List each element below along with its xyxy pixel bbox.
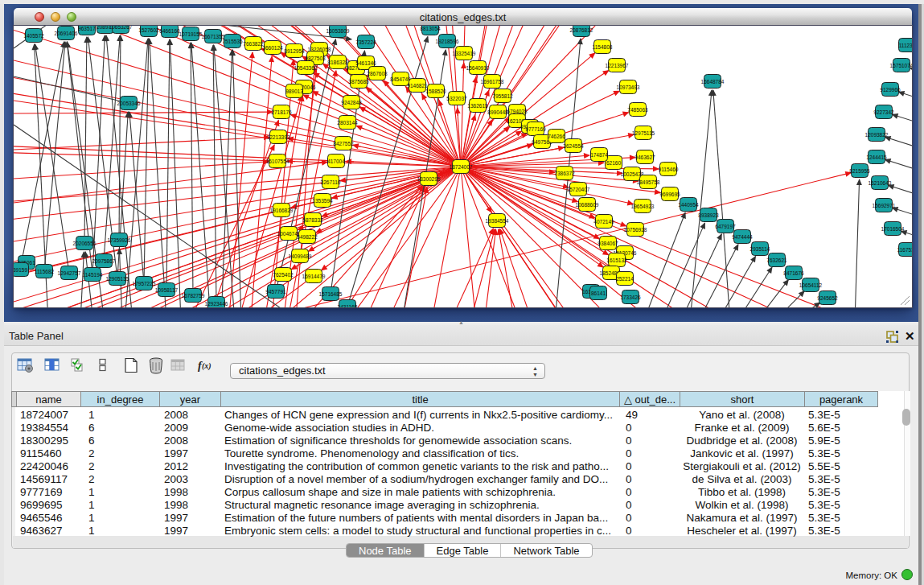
svg-text:10543362: 10543362 bbox=[294, 65, 318, 71]
svg-text:174874: 174874 bbox=[590, 152, 608, 158]
svg-text:9463627: 9463627 bbox=[634, 154, 655, 160]
svg-text:39159: 39159 bbox=[14, 267, 27, 273]
svg-text:12213393: 12213393 bbox=[267, 134, 290, 140]
svg-text:7515535: 7515535 bbox=[222, 39, 243, 44]
svg-text:15751074: 15751074 bbox=[890, 63, 912, 68]
svg-text:16914479: 16914479 bbox=[302, 274, 326, 279]
svg-text:1440954: 1440954 bbox=[678, 202, 699, 208]
svg-text:3267110: 3267110 bbox=[321, 179, 341, 185]
svg-text:9384067: 9384067 bbox=[598, 241, 618, 246]
svg-text:2803144: 2803144 bbox=[337, 120, 358, 126]
svg-text:17016504: 17016504 bbox=[881, 226, 905, 232]
svg-text:9474444: 9474444 bbox=[732, 234, 753, 240]
svg-text:111234: 111234 bbox=[899, 43, 912, 48]
svg-text:7357224: 7357224 bbox=[355, 39, 376, 45]
svg-text:9777169: 9777169 bbox=[525, 126, 546, 132]
svg-text:12975115: 12975115 bbox=[632, 130, 655, 136]
svg-text:8427552: 8427552 bbox=[333, 141, 354, 146]
svg-text:10973493: 10973493 bbox=[617, 84, 640, 90]
svg-text:417004: 417004 bbox=[327, 159, 345, 164]
svg-text:12905135: 12905135 bbox=[106, 276, 129, 282]
svg-text:10654112: 10654112 bbox=[799, 282, 823, 288]
svg-text:989013: 989013 bbox=[285, 89, 303, 94]
svg-text:10958117: 10958117 bbox=[155, 287, 179, 293]
svg-text:2867608: 2867608 bbox=[367, 71, 388, 76]
svg-text:9115460: 9115460 bbox=[659, 167, 679, 172]
svg-text:9129966: 9129966 bbox=[880, 87, 901, 93]
svg-text:19218596: 19218596 bbox=[436, 39, 459, 44]
svg-text:(x): (x) bbox=[202, 361, 211, 371]
svg-text:12213967: 12213967 bbox=[606, 63, 629, 68]
svg-text:20975867: 20975867 bbox=[92, 258, 116, 264]
svg-text:252214: 252214 bbox=[616, 276, 634, 282]
svg-text:1733426: 1733426 bbox=[620, 295, 641, 300]
svg-text:7663822: 7663822 bbox=[243, 41, 264, 47]
svg-text:19166829: 19166829 bbox=[270, 208, 294, 213]
svg-text:9457791: 9457791 bbox=[265, 289, 286, 295]
svg-text:8813054: 8813054 bbox=[420, 26, 441, 31]
svg-text:86141: 86141 bbox=[591, 290, 606, 296]
svg-text:16210643: 16210643 bbox=[869, 180, 892, 186]
svg-text:10719155: 10719155 bbox=[179, 31, 203, 37]
svg-text:18300295: 18300295 bbox=[417, 176, 441, 182]
svg-text:19654923: 19654923 bbox=[631, 204, 655, 209]
svg-text:7955812: 7955812 bbox=[492, 93, 513, 99]
svg-text:8990448: 8990448 bbox=[487, 109, 508, 115]
svg-text:8471676: 8471676 bbox=[783, 270, 804, 276]
svg-text:6794028: 6794028 bbox=[507, 109, 528, 114]
svg-text:10653267: 10653267 bbox=[109, 26, 133, 30]
svg-text:5498222: 5498222 bbox=[297, 234, 318, 240]
svg-text:16782759: 16782759 bbox=[182, 293, 205, 299]
svg-text:7625402: 7625402 bbox=[273, 272, 294, 278]
svg-text:6479197: 6479197 bbox=[715, 224, 736, 229]
svg-text:8454749: 8454749 bbox=[390, 76, 411, 82]
svg-text:9242848: 9242848 bbox=[341, 100, 362, 105]
svg-text:12093822: 12093822 bbox=[865, 132, 889, 138]
svg-text:5322037: 5322037 bbox=[446, 96, 467, 101]
svg-text:1115682: 1115682 bbox=[35, 269, 55, 274]
svg-text:7386372: 7386372 bbox=[554, 171, 575, 176]
svg-text:8186328: 8186328 bbox=[327, 60, 348, 65]
svg-text:4072149: 4072149 bbox=[593, 219, 614, 225]
svg-text:3660124: 3660124 bbox=[262, 45, 283, 51]
svg-text:1615132: 1615132 bbox=[606, 257, 627, 263]
svg-text:963517: 963517 bbox=[78, 26, 96, 31]
svg-text:3624554: 3624554 bbox=[563, 143, 584, 149]
svg-text:20053346: 20053346 bbox=[117, 101, 141, 106]
svg-text:16961758: 16961758 bbox=[481, 79, 504, 84]
svg-text:10688609: 10688609 bbox=[576, 202, 599, 208]
svg-text:20691406: 20691406 bbox=[55, 31, 78, 36]
svg-text:18495758: 18495758 bbox=[637, 179, 660, 185]
svg-text:1588520: 1588520 bbox=[425, 89, 446, 94]
svg-text:6466160: 6466160 bbox=[159, 28, 180, 34]
svg-text:17359926: 17359926 bbox=[108, 237, 131, 243]
svg-text:14099489: 14099489 bbox=[289, 253, 312, 259]
svg-text:1244415: 1244415 bbox=[866, 154, 887, 160]
svg-text:20876812: 20876812 bbox=[570, 27, 593, 33]
svg-text:9146821: 9146821 bbox=[407, 83, 428, 89]
svg-text:9699695: 9699695 bbox=[659, 192, 680, 197]
svg-text:12923446: 12923446 bbox=[205, 301, 228, 307]
svg-text:7632621: 7632621 bbox=[766, 257, 787, 263]
svg-text:15716485: 15716485 bbox=[319, 291, 343, 297]
svg-text:1167534: 1167534 bbox=[897, 247, 912, 253]
svg-text:18724007: 18724007 bbox=[450, 164, 473, 170]
svg-text:15692971: 15692971 bbox=[873, 203, 896, 208]
svg-text:19384554: 19384554 bbox=[486, 218, 509, 224]
svg-text:17957225: 17957225 bbox=[133, 281, 156, 286]
svg-text:20206556: 20206556 bbox=[73, 241, 97, 246]
svg-text:9827503: 9827503 bbox=[305, 56, 326, 61]
svg-text:1353594: 1353594 bbox=[312, 198, 333, 204]
svg-text:12942757: 12942757 bbox=[58, 270, 81, 276]
svg-text:1145194: 1145194 bbox=[83, 272, 103, 278]
svg-text:16107554: 16107554 bbox=[266, 159, 290, 164]
svg-text:2431168: 2431168 bbox=[338, 304, 358, 308]
svg-text:3875685: 3875685 bbox=[348, 79, 369, 84]
svg-text:5461346: 5461346 bbox=[355, 60, 376, 66]
svg-text:15720407: 15720407 bbox=[567, 187, 590, 192]
svg-text:7485063: 7485063 bbox=[627, 107, 648, 113]
svg-text:1405572: 1405572 bbox=[23, 33, 44, 39]
svg-text:746266: 746266 bbox=[548, 134, 565, 139]
svg-text:8912954: 8912954 bbox=[284, 48, 305, 54]
svg-text:10756928: 10756928 bbox=[624, 227, 647, 233]
